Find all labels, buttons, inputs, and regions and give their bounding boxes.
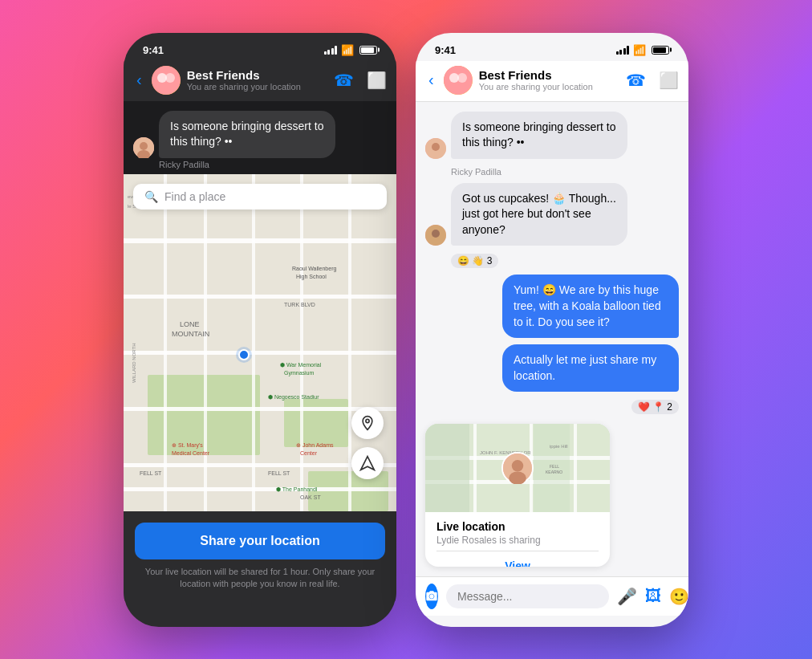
svg-marker-41 [361,456,375,470]
group-sub-right: You are sharing your location [479,82,619,92]
chat-header-left: ‹ Best Friends You are sharing your loca… [124,61,396,101]
left-phone: 9:41 📶 ‹ Best Friends You are sharing yo… [124,33,396,627]
right-phone: 9:41 📶 ‹ Best Friends You are sharing yo… [416,33,688,627]
svg-text:Raoul Wallenberg: Raoul Wallenberg [292,266,336,272]
input-bar-right: 🎤 🖼 🙂 [416,576,688,616]
svg-rect-17 [204,174,207,511]
map-card-info: Live location Lydie Rosales is sharing V… [425,512,610,566]
mic-button[interactable]: 🎤 [617,587,637,606]
live-location-sub: Lydie Rosales is sharing [436,535,599,546]
svg-rect-19 [300,174,303,511]
svg-text:OAK ST: OAK ST [300,494,321,500]
message-input[interactable] [446,584,609,608]
sender-name-left: Ricky Padilla [159,160,387,169]
svg-point-63 [512,461,523,472]
user-location-dot [238,349,250,360]
msg-avatar-left [133,137,154,158]
message-row-1: Is someone bringing dessert to this thin… [425,112,679,159]
share-location-note: Your live location will be shared for 1 … [135,566,385,591]
search-placeholder: Find a place [164,190,225,203]
group-avatar-left [152,66,181,95]
group-avatar-right [444,66,473,95]
battery-icon-left [359,46,377,55]
svg-text:Center: Center [300,450,318,456]
status-bar-left: 9:41 📶 [124,33,396,61]
map-container-left: LONE MOUNTAIN Raoul Wallenberg High Scho… [124,174,396,511]
message-row-2: Got us cupcakes! 🧁 Though... just got he… [425,183,679,246]
svg-point-48 [432,230,440,238]
reaction-pill-2: 😄 👋 3 [451,254,498,268]
group-sub-left: You are sharing your location [187,82,327,92]
svg-rect-53 [473,424,477,512]
time-right: 9:41 [435,44,456,56]
header-info-right: Best Friends You are sharing your locati… [479,68,619,92]
sender-1: Ricky Padilla [451,167,679,177]
camera-icon [425,590,438,603]
svg-text:KEARNO: KEARNO [546,470,562,474]
svg-text:⬢ Negoesco Stadiur: ⬢ Negoesco Stadiur [268,394,319,401]
svg-point-46 [432,143,440,151]
message-row-incoming-left: Is someone bringing dessert to this thin… [133,111,387,158]
share-location-button[interactable]: Share your location [135,523,385,559]
call-icon-left[interactable]: ☎ [334,71,354,90]
map-card-image: JOHN F. KENNEDY DR FELL KEARNO ippie Hil… [425,424,610,512]
back-button-left[interactable]: ‹ [133,69,145,91]
map-nav-button[interactable] [351,447,384,479]
bubble-incoming-left: Is someone bringing dessert to this thin… [159,111,335,158]
status-icons-left: 📶 [324,44,378,56]
svg-text:FELL ST: FELL ST [268,470,290,476]
bubble-4: Actually let me just share my location. [502,344,679,392]
svg-text:⬢ War Memorial: ⬢ War Memorial [280,362,322,368]
sticker-button[interactable]: 🙂 [669,587,688,606]
camera-button[interactable] [425,584,438,609]
svg-rect-18 [252,174,255,511]
svg-point-64 [509,472,526,485]
group-name-left: Best Friends [187,68,327,82]
reaction-bar-2: 😄 👋 3 [451,254,679,268]
bubble-2: Got us cupcakes! 🧁 Though... just got he… [451,183,627,246]
map-card: JOHN F. KENNEDY DR FELL KEARNO ippie Hil… [425,424,610,566]
svg-text:ippie Hill: ippie Hill [550,444,568,449]
live-location-title: Live location [436,520,599,533]
chat-header-right: ‹ Best Friends You are sharing your loca… [416,61,688,102]
svg-text:⬢ The Panhandl: ⬢ The Panhandl [276,486,318,492]
back-button-right[interactable]: ‹ [425,69,437,91]
map-pin-button[interactable] [351,407,384,439]
svg-text:TURK BLVD: TURK BLVD [284,302,315,307]
svg-rect-55 [574,424,577,512]
battery-icon-right [652,46,669,55]
header-actions-right: ☎ ⬜ [626,71,679,90]
svg-text:WILLARD NORTH: WILLARD NORTH [132,343,136,383]
group-name-right: Best Friends [479,68,619,82]
video-icon-right[interactable]: ⬜ [659,71,679,90]
reaction-bar-4: ❤️ 📍 2 [425,400,679,414]
svg-point-40 [366,419,369,422]
time-left: 9:41 [143,44,164,56]
wifi-icon-right: 📶 [633,44,646,56]
call-icon-right[interactable]: ☎ [626,71,646,90]
svg-text:LONE: LONE [180,320,200,328]
view-button[interactable]: View [436,556,599,567]
photo-button[interactable]: 🖼 [645,587,661,605]
svg-point-44 [457,73,467,83]
wifi-icon-left: 📶 [341,44,354,56]
svg-rect-8 [284,399,348,447]
svg-text:Gymnasium: Gymnasium [284,370,315,376]
svg-point-2 [165,73,175,83]
nav-arrow-icon [359,455,376,471]
video-icon-left[interactable]: ⬜ [367,71,387,90]
svg-text:⊕ St. Mary's: ⊕ St. Mary's [172,442,203,449]
map-card-divider [436,551,599,551]
map-search-bar[interactable]: 🔍 Find a place [133,184,387,209]
msg-avatar-1 [425,138,446,159]
status-bar-right: 9:41 📶 [416,33,688,61]
header-actions-left: ☎ ⬜ [334,71,387,90]
chat-content-right: Is someone bringing dessert to this thin… [416,102,688,616]
message-row-3: Yum! 😄 We are by this huge tree, with a … [425,275,679,338]
svg-rect-16 [164,174,167,511]
svg-text:MOUNTAIN: MOUNTAIN [172,330,209,338]
signal-icon-left [324,46,338,55]
svg-text:High School: High School [296,274,327,280]
search-icon: 🔍 [144,190,158,203]
share-location-section: Share your location Your live location w… [124,511,396,602]
